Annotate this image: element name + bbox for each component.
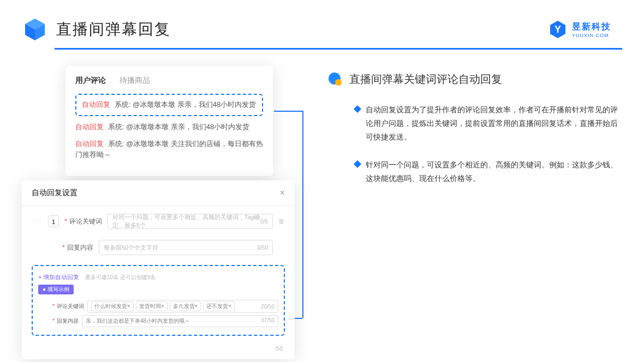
example-badge: ● 填写示例	[38, 285, 74, 294]
example-content-row: *回复内容 亲，我们这边都是下单48小时内发货的哦～ 37/50	[38, 315, 278, 327]
bullet-item: 针对同一个问题，可设置多个相近的、高频的关键词。例如：这款多少钱、这块能优惠吗、…	[327, 158, 622, 185]
example-keyword-row: *评论关键词 什么时候发货× 发货时间× 多久发货× 还不发货× 20/50	[38, 300, 278, 313]
brand-name-cn: 昱新科技	[572, 21, 611, 33]
highlighted-comment: 自动回复 系统: @冰墩墩本墩 亲亲，我们48小时内发货	[75, 94, 263, 116]
connector-line	[295, 318, 302, 319]
comment-row: 自动回复 系统: @冰墩墩本墩 亲亲，我们48小时内发货	[75, 122, 263, 133]
system-label: 系统:	[115, 100, 131, 108]
svg-text:Y: Y	[554, 24, 561, 35]
add-auto-reply-link[interactable]: + 增加自动回复	[38, 274, 79, 280]
chat-bubble-icon	[327, 71, 343, 87]
drag-handle-icon[interactable]: ⋮⋮	[32, 219, 43, 225]
comment-text: @冰墩墩本墩 亲亲，我们48小时内发货	[133, 100, 256, 108]
settings-card: 自动回复设置 × ⋮⋮ 1 *评论关键词 对同一个问题，可设置多个相近、高频的关…	[22, 180, 295, 359]
add-hint: 最多可建10条 还可以创建9条	[85, 274, 156, 280]
diamond-icon	[354, 160, 361, 167]
content-input[interactable]: 每条限50个中文字符 0/50	[99, 240, 273, 255]
screenshot-panel: 用户评论 待播商品 自动回复 系统: @冰墩墩本墩 亲亲，我们48小时内发货 自…	[22, 66, 300, 333]
cube-icon	[22, 16, 48, 43]
tag[interactable]: 发货时间×	[136, 301, 168, 311]
tag[interactable]: 什么时候发货×	[91, 301, 134, 311]
section-heading: 直播间弹幕关键词评论自动回复	[349, 72, 502, 87]
page-title: 直播间弹幕回复	[56, 19, 171, 40]
auto-reply-tag: 自动回复	[82, 100, 110, 108]
page-header: 直播间弹幕回复 Y 昱新科技 YUUXIN.COM	[0, 0, 644, 48]
delete-icon[interactable]: 🗑	[278, 218, 285, 225]
tabs: 用户评论 待播商品	[75, 76, 263, 86]
content-row: *回复内容 每条限50个中文字符 0/50	[22, 237, 295, 258]
brand-name-en: YUUXIN.COM	[572, 33, 611, 38]
svg-point-6	[335, 79, 342, 86]
settings-header: 自动回复设置 ×	[22, 180, 295, 206]
close-icon[interactable]: ×	[280, 188, 285, 198]
connector-line	[302, 111, 303, 318]
comment-row: 自动回复 系统: @冰墩墩本墩 关注我们的店铺，每日都有热门推荐呦～	[75, 138, 263, 161]
row-number: 1	[48, 215, 59, 227]
comments-card: 用户评论 待播商品 自动回复 系统: @冰墩墩本墩 亲亲，我们48小时内发货 自…	[65, 66, 273, 176]
header-left: 直播间弹幕回复	[22, 16, 171, 43]
keyword-row: ⋮⋮ 1 *评论关键词 对同一个问题，可设置多个相近、高频的关键词，Tag确定，…	[22, 210, 295, 232]
outer-counter: /50	[22, 346, 295, 359]
diamond-icon	[354, 105, 361, 113]
example-highlight: + 增加自动回复 最多可建10条 还可以创建9条 ● 填写示例 *评论关键词 什…	[32, 265, 285, 336]
tag[interactable]: 多久发货×	[170, 301, 201, 311]
brand: Y 昱新科技 YUUXIN.COM	[548, 20, 611, 39]
brand-logo-icon: Y	[548, 20, 568, 39]
example-tags: 什么时候发货× 发货时间× 多久发货× 还不发货× 20/50	[87, 300, 278, 313]
tab-pending-products[interactable]: 待播商品	[120, 76, 150, 86]
bullet-text: 自动回复设置为了提升作者的评论回复效率，作者可在开播前针对常见的评论用户问题，提…	[366, 103, 622, 144]
description-panel: 直播间弹幕关键词评论自动回复 自动回复设置为了提升作者的评论回复效率，作者可在开…	[327, 66, 622, 333]
section-title: 直播间弹幕关键词评论自动回复	[327, 71, 622, 87]
settings-title: 自动回复设置	[32, 188, 77, 198]
tag[interactable]: 还不发货×	[203, 301, 235, 311]
tab-user-comments[interactable]: 用户评论	[75, 76, 106, 86]
connector-line	[274, 111, 302, 112]
bullet-item: 自动回复设置为了提升作者的评论回复效率，作者可在开播前针对常见的评论用户问题，提…	[327, 103, 622, 144]
example-content-input[interactable]: 亲，我们这边都是下单48小时内发货的哦～ 37/50	[82, 315, 278, 327]
keyword-input[interactable]: 对同一个问题，可设置多个相近、高频的关键词，Tag确定，最多5个 0/5	[108, 214, 273, 229]
bullet-text: 针对同一个问题，可设置多个相近的、高频的关键词。例如：这款多少钱、这块能优惠吗、…	[366, 158, 622, 185]
